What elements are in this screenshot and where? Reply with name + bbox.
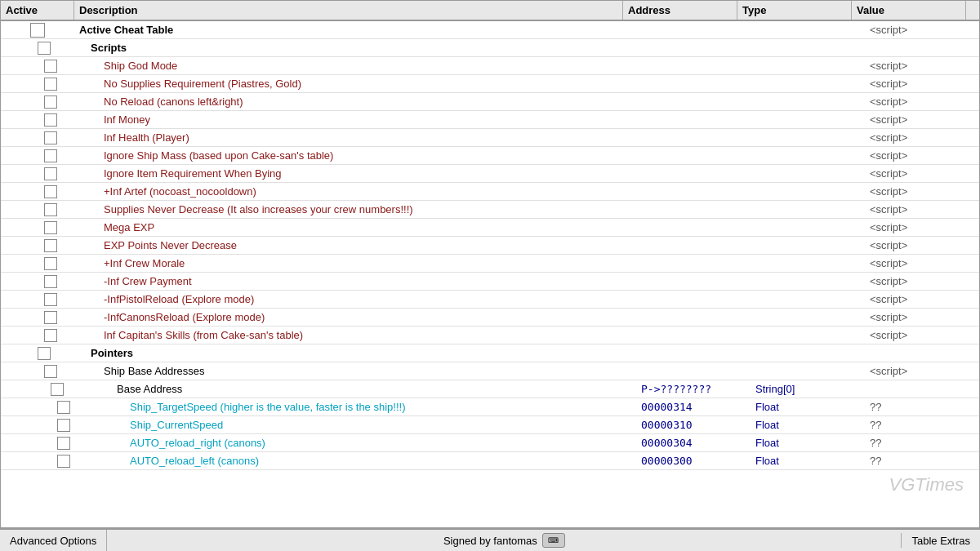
addr-col bbox=[636, 154, 751, 158]
active-col bbox=[1, 77, 74, 91]
value-col: ?? bbox=[865, 453, 979, 469]
table-row[interactable]: Ignore Item Requirement When Bying<scrip… bbox=[1, 165, 979, 183]
value-col: <script> bbox=[865, 291, 979, 307]
table-row[interactable]: Pointers bbox=[1, 344, 979, 362]
table-row[interactable]: -Inf Crew Payment<script> bbox=[1, 273, 979, 291]
addr-col bbox=[636, 226, 751, 229]
table-row[interactable]: Ship Base Addresses<script> bbox=[1, 362, 979, 380]
value-col: <script> bbox=[865, 273, 979, 289]
table-row[interactable]: No Supplies Requirement (Piastres, Gold)… bbox=[1, 75, 979, 93]
checkbox[interactable] bbox=[44, 329, 57, 342]
type-col bbox=[751, 100, 865, 104]
checkbox[interactable] bbox=[44, 113, 57, 127]
addr-col: 00000314 bbox=[636, 399, 751, 415]
desc-col: Ship Base Addresses bbox=[74, 363, 636, 379]
value-col: <script> bbox=[865, 202, 979, 217]
desc-col: Ignore Ship Mass (based upon Cake-san's … bbox=[74, 148, 636, 163]
checkbox[interactable] bbox=[44, 365, 57, 378]
checkbox[interactable] bbox=[44, 293, 57, 306]
table-row[interactable]: Ship_TargetSpeed (higher is the value, f… bbox=[1, 398, 979, 416]
table-row[interactable]: -InfPistolReload (Explore mode)<script> bbox=[1, 291, 979, 309]
checkbox[interactable] bbox=[57, 401, 70, 414]
checkbox[interactable] bbox=[44, 78, 57, 91]
table-row[interactable]: Inf Money<script> bbox=[1, 111, 979, 129]
header-desc: Description bbox=[74, 1, 623, 20]
table-row[interactable]: Base AddressP->????????String[0] bbox=[1, 380, 979, 398]
checkbox[interactable] bbox=[44, 275, 57, 288]
value-col: <script> bbox=[865, 94, 979, 109]
checkbox[interactable] bbox=[38, 42, 51, 55]
table-body[interactable]: Active Cheat Table<script>ScriptsShip Go… bbox=[1, 21, 979, 527]
desc-col: -InfPistolReload (Explore mode) bbox=[74, 291, 636, 307]
value-col: <script> bbox=[865, 130, 979, 145]
checkbox[interactable] bbox=[51, 383, 64, 396]
table-row[interactable]: Mega EXP<script> bbox=[1, 219, 979, 237]
value-col: <script> bbox=[865, 363, 979, 379]
table-row[interactable]: +Inf Artef (nocoast_nocooldown)<script> bbox=[1, 183, 979, 201]
checkbox[interactable] bbox=[30, 23, 45, 38]
desc-col: +Inf Crew Morale bbox=[74, 256, 636, 271]
checkbox[interactable] bbox=[44, 221, 57, 234]
checkbox[interactable] bbox=[44, 167, 57, 180]
checkbox[interactable] bbox=[44, 60, 57, 73]
table-row[interactable]: Ship God Mode<script> bbox=[1, 57, 979, 75]
checkbox[interactable] bbox=[57, 437, 70, 450]
addr-col bbox=[636, 29, 751, 32]
value-col: <script> bbox=[865, 327, 979, 343]
active-col bbox=[1, 167, 74, 181]
table-row[interactable]: +Inf Crew Morale<script> bbox=[1, 255, 979, 273]
type-col bbox=[751, 334, 865, 337]
table-row[interactable]: AUTO_reload_left (canons)00000300Float?? bbox=[1, 452, 979, 470]
active-col bbox=[1, 238, 74, 253]
checkbox[interactable] bbox=[44, 185, 57, 198]
active-col bbox=[1, 131, 74, 145]
type-col bbox=[751, 298, 865, 301]
checkbox[interactable] bbox=[44, 311, 57, 324]
checkbox[interactable] bbox=[44, 203, 57, 216]
table-row[interactable]: Supplies Never Decrease (It also increas… bbox=[1, 201, 979, 219]
checkbox[interactable] bbox=[57, 419, 70, 432]
active-col bbox=[1, 149, 74, 163]
checkbox[interactable] bbox=[44, 96, 57, 109]
addr-col bbox=[636, 316, 751, 319]
table-row[interactable]: No Reload (canons left&right)<script> bbox=[1, 93, 979, 111]
value-col: <script> bbox=[865, 76, 979, 91]
addr-col: 00000300 bbox=[636, 453, 751, 469]
type-col bbox=[751, 29, 865, 32]
status-table-extras[interactable]: Table Extras bbox=[902, 530, 980, 551]
desc-col: Scripts bbox=[74, 40, 636, 56]
table-row[interactable]: -InfCanonsReload (Explore mode)<script> bbox=[1, 309, 979, 327]
checkbox[interactable] bbox=[38, 347, 51, 360]
table-header: Active Description Address Type Value bbox=[1, 1, 979, 21]
addr-col bbox=[636, 64, 751, 68]
active-col bbox=[1, 95, 74, 109]
table-row[interactable]: Scripts bbox=[1, 39, 979, 57]
active-col bbox=[1, 418, 74, 433]
checkbox[interactable] bbox=[44, 131, 57, 144]
type-col bbox=[751, 208, 865, 211]
table-row[interactable]: Inf Capitan's Skills (from Cake-san's ta… bbox=[1, 327, 979, 344]
checkbox[interactable] bbox=[44, 149, 57, 162]
status-bar: Advanced Options Signed by fantomas ⌨ Ta… bbox=[0, 528, 980, 551]
table-row[interactable]: Ship_CurrentSpeed00000310Float?? bbox=[1, 416, 979, 434]
table-row[interactable]: AUTO_reload_right (canons)00000304Float?… bbox=[1, 434, 979, 452]
desc-col: AUTO_reload_right (canons) bbox=[74, 435, 636, 451]
type-col bbox=[751, 226, 865, 229]
table-row[interactable]: Active Cheat Table<script> bbox=[1, 21, 979, 39]
checkbox[interactable] bbox=[44, 239, 57, 252]
checkbox[interactable] bbox=[57, 455, 70, 468]
addr-col bbox=[636, 370, 751, 373]
checkbox[interactable] bbox=[44, 257, 57, 270]
table-row[interactable]: Inf Health (Player)<script> bbox=[1, 129, 979, 147]
type-col bbox=[751, 172, 865, 176]
desc-col: +Inf Artef (nocoast_nocooldown) bbox=[74, 184, 636, 199]
status-advanced-options[interactable]: Advanced Options bbox=[0, 530, 107, 551]
addr-col bbox=[636, 280, 751, 283]
table-row[interactable]: EXP Points Never Decrease<script> bbox=[1, 237, 979, 255]
type-col bbox=[751, 118, 865, 122]
table-row[interactable]: Ignore Ship Mass (based upon Cake-san's … bbox=[1, 147, 979, 165]
desc-col: Ship_CurrentSpeed bbox=[74, 417, 636, 433]
signed-by-text: Signed by fantomas bbox=[443, 535, 537, 547]
desc-col: -Inf Crew Payment bbox=[74, 273, 636, 289]
value-col bbox=[865, 388, 979, 391]
